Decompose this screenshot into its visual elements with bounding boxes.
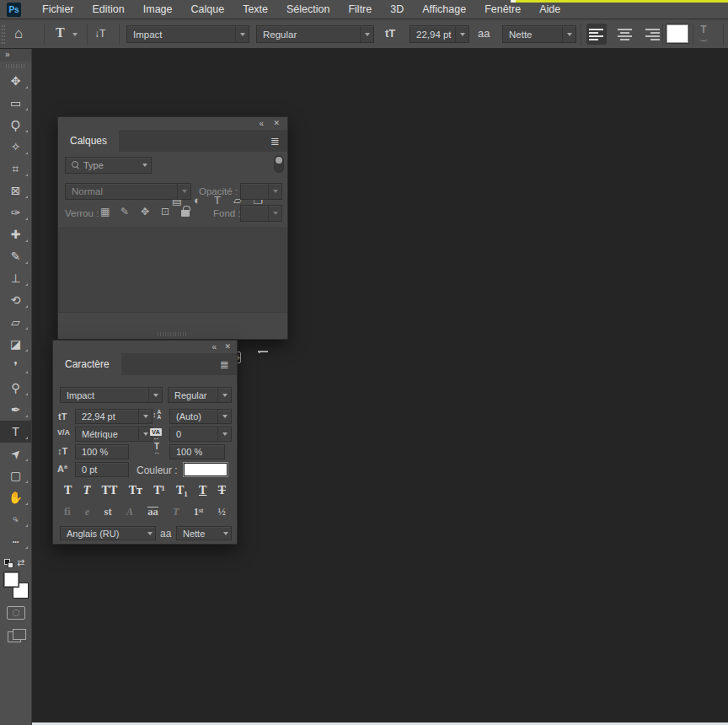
photoshop-logo-icon[interactable]: Ps (7, 3, 21, 17)
warp-text-icon[interactable]: T‿ (700, 26, 707, 39)
eraser-tool[interactable]: ▱ (0, 311, 31, 333)
anti-alias-chevron-icon[interactable] (562, 26, 575, 42)
type-tool[interactable]: T (0, 421, 31, 443)
menu-texte[interactable]: Texte (233, 0, 277, 19)
menu-filtre[interactable]: Filtre (339, 0, 381, 19)
layer-filter-chevron-icon[interactable] (139, 158, 151, 173)
blur-tool[interactable]: ❜ (0, 355, 31, 377)
menu-image[interactable]: Image (134, 0, 182, 19)
faux-italic-button[interactable]: T (83, 484, 91, 497)
char-font-family-select[interactable]: Impact (60, 387, 163, 403)
type-tool-chevron-icon[interactable] (72, 33, 78, 36)
quick-mask-button[interactable] (7, 606, 25, 620)
quick-selection-tool[interactable]: ✧ (0, 136, 31, 158)
all-caps-button[interactable]: TT (102, 484, 118, 497)
collapse-panel-icon[interactable]: « (211, 341, 217, 352)
align-center-button[interactable] (614, 24, 634, 45)
stylistic-alternates-button[interactable]: A (126, 506, 133, 518)
language-select[interactable]: Anglais (RU) (60, 526, 156, 540)
move-tool[interactable]: ✥ (0, 70, 31, 92)
swash-button[interactable]: e (85, 506, 90, 518)
tool-dock-grip[interactable] (6, 64, 25, 68)
blend-mode-select[interactable]: Normal (65, 183, 191, 200)
char-font-size-select[interactable]: 22,94 pt (75, 409, 153, 424)
underline-button[interactable]: T (199, 484, 206, 497)
lock-artboard-icon[interactable]: ⊡ (161, 206, 169, 218)
swap-colors-icon[interactable]: ⇄ (17, 557, 24, 568)
character-panel-header[interactable]: « ✕ (53, 341, 237, 353)
menu-selection[interactable]: Sélection (277, 0, 339, 19)
font-size-select[interactable]: 22,94 pt (410, 25, 469, 43)
path-selection-tool[interactable]: ➤ (0, 443, 31, 465)
anti-alias-select[interactable]: Nette (502, 25, 576, 43)
rectangular-marquee-tool[interactable]: ▭ (0, 92, 31, 114)
font-size-chevron-icon[interactable] (455, 26, 468, 42)
dodge-tool[interactable]: ⚲ (0, 377, 31, 399)
titling-alternates-button[interactable]: T (173, 506, 179, 518)
font-style-chevron-icon[interactable] (360, 26, 373, 42)
char-font-style-select[interactable]: Regular (168, 387, 232, 403)
align-right-button[interactable] (642, 24, 662, 45)
discretionary-ligatures-button[interactable]: st (104, 506, 112, 518)
screen-mode-button[interactable] (8, 629, 24, 642)
clone-stamp-tool[interactable]: ⊥ (0, 267, 31, 289)
align-left-button[interactable] (586, 24, 607, 45)
menu-affichage[interactable]: Affichage (413, 0, 475, 19)
lock-all-icon[interactable] (181, 210, 190, 217)
char-anti-alias-select[interactable]: Nette (176, 526, 232, 540)
superscript-button[interactable]: T¹ (153, 484, 165, 497)
panel-menu-icon[interactable]: ≣ (212, 353, 237, 375)
font-style-select[interactable]: Regular (256, 25, 374, 43)
foreground-color-swatch[interactable] (3, 572, 19, 588)
menu-calque[interactable]: Calque (182, 0, 234, 19)
strikethrough-button[interactable]: T (218, 484, 226, 497)
home-icon[interactable]: ⌂ (14, 25, 23, 42)
layer-filter-select[interactable]: Type (65, 157, 152, 174)
leading-select[interactable]: (Auto) (169, 409, 232, 424)
tab-caractere[interactable]: Caractère (53, 353, 121, 375)
collapse-panel-icon[interactable]: « (259, 118, 264, 129)
crop-tool[interactable]: ⌗ (0, 158, 31, 180)
frame-tool[interactable]: ⊠ (0, 180, 31, 201)
tab-calques[interactable]: Calques (58, 130, 119, 152)
menu-3d[interactable]: 3D (381, 0, 413, 19)
brush-tool[interactable]: ✎ (0, 245, 31, 267)
spot-healing-brush-tool[interactable]: ✚ (0, 223, 31, 245)
eyedropper-tool[interactable]: ✑ (0, 201, 31, 223)
close-panel-icon[interactable]: ✕ (273, 118, 280, 129)
close-panel-icon[interactable]: ✕ (224, 341, 231, 352)
font-family-select[interactable]: Impact (126, 25, 249, 43)
menu-fenetre[interactable]: Fenêtre (475, 0, 530, 19)
menu-fichier[interactable]: Fichier (33, 0, 83, 19)
text-orientation-icon[interactable]: ↓T (94, 28, 105, 40)
tools-overflow[interactable]: ••• (0, 530, 31, 552)
lasso-tool[interactable]: Ϙ (0, 114, 31, 136)
menu-edition[interactable]: Edition (83, 0, 134, 19)
menu-aide[interactable]: Aide (530, 0, 570, 19)
font-family-chevron-icon[interactable] (235, 26, 249, 42)
shape-tool[interactable]: ▢ (0, 465, 31, 486)
subscript-button[interactable]: T₁ (176, 484, 188, 497)
history-brush-tool[interactable]: ⟲ (0, 289, 31, 311)
paint-bucket-tool[interactable]: ◪ (0, 333, 31, 355)
character-color-swatch[interactable] (184, 463, 228, 476)
collapse-tools-dock-button[interactable]: » (0, 49, 31, 62)
kerning-select[interactable]: Métrique (75, 427, 153, 442)
tracking-select[interactable]: 0 (169, 427, 232, 442)
standard-ligatures-button[interactable]: fi (64, 506, 71, 518)
layers-panel-header[interactable]: « ✕ (58, 117, 287, 130)
lock-transparency-icon[interactable]: ▦ (100, 206, 110, 218)
lock-position-icon[interactable]: ✥ (141, 206, 149, 218)
type-tool-options-icon[interactable]: T (56, 25, 65, 40)
fractions-button[interactable]: ½ (218, 506, 226, 518)
faux-bold-button[interactable]: T (64, 484, 72, 497)
small-caps-button[interactable]: Tᴛ (129, 484, 142, 497)
panel-resize-grip[interactable] (158, 332, 188, 336)
layers-list[interactable] (58, 228, 287, 313)
hand-tool[interactable]: ✋ (0, 486, 31, 508)
options-bar-grip[interactable] (1, 24, 5, 45)
baseline-shift-input[interactable]: 0 pt (75, 462, 129, 477)
contextual-alternates-button[interactable]: aa (147, 507, 158, 517)
layer-filter-toggle[interactable] (275, 156, 283, 172)
ordinals-button[interactable]: 1ˢᵗ (194, 506, 204, 518)
